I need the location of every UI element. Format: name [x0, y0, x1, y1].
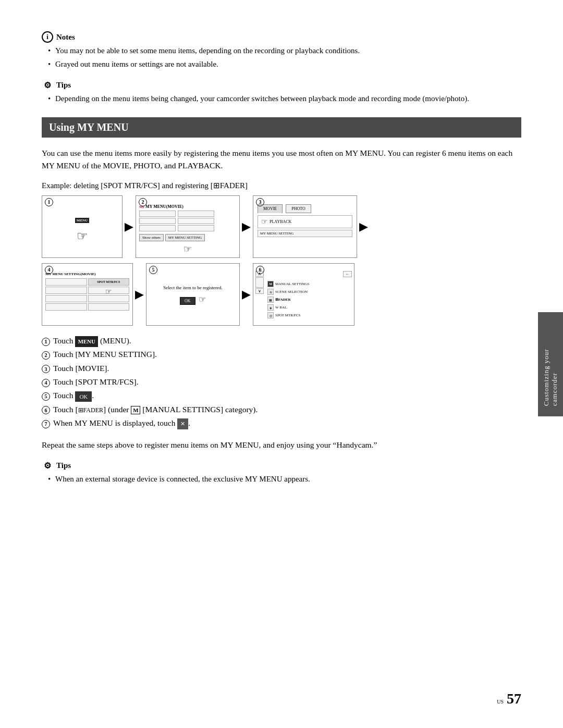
m-tag-step6: M [131, 406, 140, 414]
box4-wrapper: 4 MY MENU SETTING(MOVIE) SPOT MTR/FCS ☞ [42, 263, 146, 326]
box4-title: MY MENU SETTING(MOVIE) [45, 272, 129, 276]
tips2-title: Tips [56, 461, 71, 470]
repeat-text: Repeat the same steps above to register … [42, 439, 521, 452]
my-menu-setting-btn[interactable]: MY MENU SETTING [165, 234, 205, 241]
box4-grid: SPOT MTR/FCS ☞ [45, 278, 129, 311]
example-fader: FADER [220, 181, 245, 190]
tips2-list: When an external storage device is conne… [42, 473, 521, 485]
sidebar-text: Customizing your camcorder [542, 323, 559, 406]
arrow-1-2: ▶ [123, 220, 136, 233]
step-circle-1: 1 [42, 338, 50, 346]
hand-cursor-3: ☞ [261, 217, 268, 226]
tips-list: Depending on the menu items being change… [42, 93, 521, 105]
diagram-bottom-row: 4 MY MENU SETTING(MOVIE) SPOT MTR/FCS ☞ [42, 263, 521, 326]
step-circle-7: 7 [42, 420, 50, 428]
step-2-num: 2 [139, 198, 147, 206]
box5-ok-btn[interactable]: OK [180, 297, 195, 305]
step-4-num: 4 [45, 265, 53, 274]
box2-wrapper: 2 My MY MENU(MOVIE) [136, 195, 253, 258]
notes-item-1: You may not be able to set some menu ite… [48, 45, 521, 57]
diagram-box-2: 2 My MY MENU(MOVIE) [136, 195, 240, 258]
diagram-box-3: 3 MOVIE PHOTO ☞ PLAYBACK MY MENU SETTING [253, 195, 357, 258]
tips-icon: ⚙ [42, 79, 53, 91]
nav-controls: ∧ ∨ [255, 271, 264, 319]
fader-text: ⊞FADER [275, 298, 291, 302]
step-5-num: 5 [149, 265, 157, 274]
step-2-text: Touch [MY MENU SETTING]. [53, 348, 157, 361]
diagram-box-4: 4 MY MENU SETTING(MOVIE) SPOT MTR/FCS ☞ [42, 263, 133, 326]
menu-tag-step1: MENU [75, 336, 98, 347]
sidebar-tab: Customizing your camcorder [538, 312, 563, 416]
arrow-2-3: ▶ [240, 220, 253, 233]
back-btn[interactable]: ← [343, 271, 352, 277]
menu-row-wbal: ◈ W BAL. [267, 304, 352, 311]
step-circle-6: 6 [42, 406, 50, 414]
step-item-3: 3 Touch [MOVIE]. [42, 362, 521, 375]
box3-wrapper: 3 MOVIE PHOTO ☞ PLAYBACK MY MENU SETTING… [253, 195, 370, 258]
diagram-box-6: 6 ∧ ∨ ← M MANUAL SETTING [253, 263, 354, 326]
ok-tag-step5: OK [75, 391, 92, 402]
example-label: Example: deleting [SPOT MTR/FCS] and reg… [42, 181, 521, 190]
tips2-section: ⚙ Tips When an external storage device i… [42, 460, 521, 485]
body-text: You can use the menu items more easily b… [42, 147, 521, 173]
step-circle-4: 4 [42, 379, 50, 387]
fader-step6: ⊞FADER [78, 406, 103, 414]
box3-setting-label: MY MENU SETTING [258, 230, 352, 237]
notes-item-2: Grayed out menu items or settings are no… [48, 58, 521, 70]
box2-row-2 [139, 218, 236, 224]
steps-list: 1 Touch MENU (MENU). 2 Touch [MY MENU SE… [42, 334, 521, 430]
tips2-header: ⚙ Tips [42, 460, 521, 471]
tips-item-1: Depending on the menu items being change… [48, 93, 521, 105]
show-others-btn[interactable]: Show others [139, 234, 164, 241]
fader-bracket-open: ⊞ [213, 181, 220, 190]
page-us: US [497, 699, 504, 705]
step-item-1: 1 Touch MENU (MENU). [42, 334, 521, 348]
box4-hand: ☞ [105, 287, 112, 296]
example-close: ] [245, 181, 248, 190]
box1-menu-label: MENU [75, 218, 89, 223]
wbal-icon: ◈ [267, 304, 274, 311]
menu-list: M MANUAL SETTINGS ≋ SCENE SELECTION ▦ ⊞F… [267, 280, 352, 319]
menu-row-fader: ▦ ⊞FADER [267, 296, 352, 303]
fader-icon: ▦ [267, 297, 274, 303]
notes-header: i Notes [42, 31, 521, 43]
box6-menu-items: ← M MANUAL SETTINGS ≋ SCENE SELECTION ▦ [267, 271, 352, 319]
box2-row-3 [139, 225, 236, 231]
step-circle-3: 3 [42, 365, 50, 373]
box1-hand-cursor: ☞ [77, 229, 88, 243]
photo-tab[interactable]: PHOTO [286, 204, 311, 213]
step-item-4: 4 Touch [SPOT MTR/FCS]. [42, 375, 521, 389]
m-icon: M [267, 281, 274, 287]
box6-wrapper: 6 ∧ ∨ ← M MANUAL SETTING [253, 263, 354, 326]
step-item-2: 2 Touch [MY MENU SETTING]. [42, 348, 521, 361]
box2-title: My MY MENU(MOVIE) [139, 204, 236, 209]
diagram-box-5: 5 Select the item to be registered. OK ☞ [146, 263, 240, 326]
box2-rows [139, 211, 236, 231]
step-item-5: 5 Touch OK. [42, 389, 521, 402]
box5-hand: ☞ [199, 295, 206, 304]
menu-row-scene: ≋ SCENE SELECTION [267, 288, 352, 295]
arrow-3-end: ▶ [357, 220, 370, 233]
menu-row-manual: M MANUAL SETTINGS [267, 280, 352, 288]
step-circle-5: 5 [42, 392, 50, 401]
box5-text: Select the item to be registered. [163, 285, 222, 290]
wbal-text: W BAL. [275, 305, 288, 310]
box2-hand: ☞ [139, 243, 236, 255]
example-text: Example: deleting [SPOT MTR/FCS] and reg… [42, 181, 213, 190]
page-footer: US 57 [497, 690, 521, 707]
menu-row-spot: ◎ SPOT MTR/FCS [267, 312, 352, 319]
step-6-num: 6 [256, 265, 264, 274]
nav-down-btn[interactable]: ∨ [255, 288, 264, 294]
scene-icon: ≋ [267, 289, 274, 295]
box5-wrapper: 5 Select the item to be registered. OK ☞… [146, 263, 253, 326]
section-title-bar: Using MY MENU [42, 117, 521, 138]
step-item-7: 7 When MY MENU is displayed, touch ✕. [42, 416, 521, 430]
tips-section: ⚙ Tips Depending on the menu items being… [42, 79, 521, 105]
tips2-icon: ⚙ [42, 460, 53, 471]
page-number: 57 [507, 690, 521, 707]
manual-settings-text: MANUAL SETTINGS [275, 282, 309, 286]
arrow-5-6: ▶ [240, 288, 253, 301]
notes-section: i Notes You may not be able to set some … [42, 31, 521, 70]
diagram-top-row: 1 MENU ☞ ▶ 2 My MY MENU(MOVIE) [42, 195, 521, 258]
step-item-6: 6 Touch [⊞FADER] (under M [MANUAL SETTIN… [42, 403, 521, 416]
